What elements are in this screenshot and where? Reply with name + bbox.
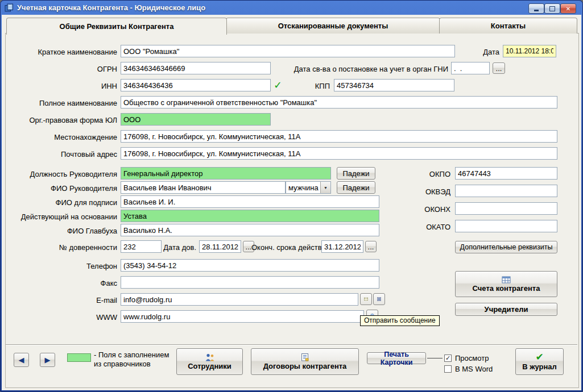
ogrn-label: ОГРН — [6, 65, 117, 73]
counterparty-accounts-button[interactable]: Счета контрагента — [455, 271, 557, 297]
legal-form-input[interactable] — [121, 113, 271, 126]
okpo-label: ОКПО — [394, 170, 450, 178]
full-name-label: Полное наименование — [6, 99, 117, 107]
www-input[interactable] — [121, 310, 364, 323]
minimize-icon — [534, 10, 539, 11]
minimize-button[interactable] — [528, 3, 544, 14]
poa-expiry-more-button[interactable]: ... — [365, 241, 377, 252]
counterparty-contracts-button[interactable]: Договоры контрагента — [251, 348, 359, 375]
poa-number-label: № доверенности — [6, 243, 117, 252]
founders-button[interactable]: Учредители — [455, 303, 557, 316]
www-label: WWW — [6, 313, 117, 322]
okato-label: ОКАТО — [394, 223, 450, 231]
checkbox-check-icon: ✓ — [445, 355, 450, 361]
fax-input[interactable] — [121, 276, 379, 289]
okonh-input[interactable] — [455, 202, 557, 215]
poa-number-input[interactable] — [121, 240, 162, 253]
okato-input[interactable] — [455, 220, 557, 232]
legal-form-label: Орг.-правовая форма ЮЛ — [6, 116, 117, 124]
poa-date-label: Дата дов. — [162, 243, 196, 252]
kpp-label: КПП — [295, 82, 330, 90]
people-icon — [205, 353, 215, 361]
document-icon — [301, 353, 309, 361]
inn-input[interactable] — [121, 79, 271, 91]
signature-name-input[interactable] — [121, 195, 379, 208]
head-position-input[interactable] — [121, 167, 331, 180]
email-address-book-button[interactable] — [373, 293, 385, 305]
window-title: Учетная карточка Контрагента - Юридическ… — [17, 3, 205, 12]
short-name-label: Краткое наименование — [6, 48, 117, 56]
inn-valid-check-icon: ✓ — [274, 80, 282, 90]
postal-address-label: Почтовый адрес — [6, 150, 117, 159]
phone-label: Телефон — [6, 262, 117, 270]
envelope-icon — [364, 296, 368, 302]
poa-expiry-label: Оконч. срока действ. — [251, 243, 320, 252]
chevron-down-icon: ▼ — [320, 182, 330, 193]
gender-select-value: мужчина — [286, 182, 320, 193]
head-name-input[interactable] — [121, 181, 286, 194]
preview-checkbox[interactable]: ✓ — [444, 355, 452, 362]
chief-accountant-label: ФИО Главбуха — [6, 227, 117, 235]
short-name-input[interactable] — [121, 45, 455, 57]
okved-label: ОКВЭД — [394, 187, 450, 196]
arrow-right-icon: ▶ — [45, 356, 51, 364]
tab-general-details[interactable]: Общие Реквизиты Контрагента — [6, 18, 227, 35]
ogrn-input[interactable] — [121, 62, 271, 74]
gni-reg-date-more-button[interactable]: ... — [493, 62, 505, 74]
msword-checkbox-label: В MS Word — [455, 365, 493, 373]
location-label: Местонахождение — [6, 133, 117, 141]
location-input[interactable] — [121, 130, 557, 143]
to-journal-button[interactable]: ✔ В журнал — [515, 348, 564, 375]
head-name-cases-button[interactable]: Падежи — [337, 181, 375, 194]
prev-record-button[interactable]: ◀ — [14, 353, 29, 367]
send-email-button[interactable] — [360, 293, 372, 305]
head-name-label: ФИО Руководителя — [6, 184, 117, 193]
gni-reg-date-input[interactable] — [451, 62, 490, 74]
next-record-button[interactable]: ▶ — [40, 353, 55, 367]
phone-input[interactable] — [121, 259, 379, 272]
green-check-icon: ✔ — [535, 352, 543, 362]
fax-label: Факс — [6, 279, 117, 287]
poa-date-input[interactable] — [199, 240, 241, 253]
card-date-input[interactable] — [503, 45, 556, 57]
email-label: E-mail — [6, 296, 117, 305]
tab-contacts[interactable]: Контакты — [439, 18, 577, 34]
grid-icon — [377, 295, 381, 303]
acting-basis-label: Действующий на основании — [6, 212, 117, 221]
accounts-table-icon — [502, 276, 511, 283]
gni-reg-date-label: Дата св-ва о постановке на учет в орган … — [272, 65, 448, 73]
titlebar[interactable]: Учетная карточка Контрагента - Юридическ… — [0, 0, 583, 15]
msword-checkbox[interactable] — [444, 365, 452, 373]
connector-line — [427, 358, 443, 358]
okonh-label: ОКОНХ — [394, 205, 450, 214]
close-icon: ✕ — [566, 6, 570, 12]
poa-expiry-input[interactable] — [321, 240, 363, 253]
app-window: Учетная карточка Контрагента - Юридическ… — [0, 0, 583, 392]
gender-select[interactable]: мужчина ▼ — [286, 181, 331, 194]
maximize-icon — [549, 6, 555, 11]
additional-details-button[interactable]: Дополнительные реквизиты — [455, 241, 557, 253]
email-input[interactable] — [121, 293, 358, 306]
footer-separator — [6, 344, 577, 345]
signature-name-label: ФИО для подписи — [6, 198, 117, 207]
employees-button[interactable]: Сотрудники — [176, 348, 243, 375]
preview-checkbox-label: Просмотр — [455, 354, 489, 362]
head-position-cases-button[interactable]: Падежи — [337, 167, 375, 180]
chief-accountant-input[interactable] — [121, 224, 379, 236]
head-position-label: Должность Руководителя — [6, 170, 117, 178]
inn-label: ИНН — [6, 82, 117, 90]
tab-scanned-documents[interactable]: Отсканированные документы — [226, 18, 440, 34]
legend-text: - Поля с заполнением из справочников — [94, 351, 178, 369]
postal-address-input[interactable] — [121, 147, 557, 160]
maximize-button[interactable] — [544, 3, 560, 14]
acting-basis-input[interactable] — [121, 210, 379, 222]
kpp-input[interactable] — [334, 79, 454, 91]
full-name-input[interactable] — [121, 96, 557, 109]
green-field-legend-swatch — [67, 353, 91, 362]
close-button[interactable]: ✕ — [560, 3, 576, 14]
tooltip: Отправить сообщение — [360, 315, 440, 326]
print-card-button[interactable]: Печать Карточки — [367, 352, 426, 364]
arrow-left-icon: ◀ — [19, 356, 24, 364]
okpo-input[interactable] — [455, 167, 557, 180]
okved-input[interactable] — [455, 185, 557, 197]
